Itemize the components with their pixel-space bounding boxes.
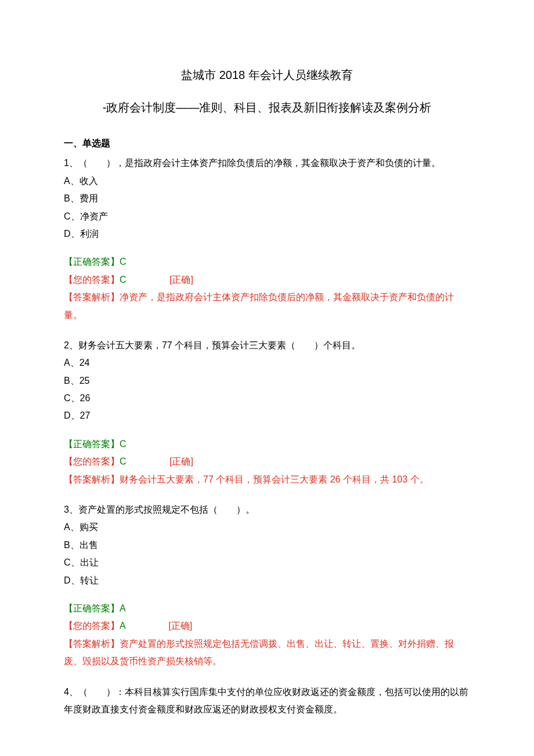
question-stem: 2、财务会计五大要素，77 个科目，预算会计三大要素（ ）个科目。 xyxy=(64,337,470,354)
doc-title-2: -政府会计制度——准则、科目、报表及新旧衔接解读及案例分析 xyxy=(64,96,470,118)
correct-answer-line: 【正确答案】A xyxy=(64,600,470,617)
question-options: A、收入 B、费用 C、净资产 D、利润 xyxy=(64,172,470,243)
correct-answer-line: 【正确答案】C xyxy=(64,253,470,271)
option-c: C、净资产 xyxy=(64,208,470,225)
answer-status: [正确] xyxy=(169,275,193,285)
your-answer-line: 【您的答案】C [正确] xyxy=(64,271,470,289)
option-d: D、27 xyxy=(64,407,470,424)
correct-answer-label: 【正确答案】 xyxy=(64,439,120,449)
option-d: D、转让 xyxy=(64,572,470,589)
correct-answer-line: 【正确答案】C xyxy=(64,435,470,453)
option-c: C、出让 xyxy=(64,554,470,571)
your-answer-line: 【您的答案】C [正确] xyxy=(64,453,470,470)
your-answer-label: 【您的答案】 xyxy=(64,621,120,631)
option-a: A、购买 xyxy=(64,519,470,536)
option-d: D、利润 xyxy=(64,225,470,243)
option-c: C、26 xyxy=(64,390,470,407)
your-answer-value: C xyxy=(120,275,127,285)
question-stem: 1、（ ），是指政府会计主体资产扣除负债后的净额，其金额取决于资产和负债的计量。 xyxy=(64,154,470,172)
option-b: B、25 xyxy=(64,372,470,390)
explanation-line: 【答案解析】净资产，是指政府会计主体资产扣除负债后的净额，其金额取决于资产和负债… xyxy=(64,289,470,324)
correct-answer-value: A xyxy=(120,603,126,613)
option-b: B、费用 xyxy=(64,190,470,207)
your-answer-label: 【您的答案】 xyxy=(64,275,120,285)
answer-status: [正确] xyxy=(168,621,192,631)
question-2: 2、财务会计五大要素，77 个科目，预算会计三大要素（ ）个科目。 A、24 B… xyxy=(64,337,470,488)
explanation-text: 资产处置的形式按照规定包括无偿调拨、出售、出让、转让、置换、对外捐赠、报废、毁损… xyxy=(64,639,454,666)
explanation-line: 【答案解析】资产处置的形式按照规定包括无偿调拨、出售、出让、转让、置换、对外捐赠… xyxy=(64,635,470,671)
question-3: 3、资产处置的形式按照规定不包括（ ）。 A、购买 B、出售 C、出让 D、转让… xyxy=(64,501,470,671)
your-answer-line: 【您的答案】A [正确] xyxy=(64,617,470,635)
your-answer-value: C xyxy=(120,456,127,466)
correct-answer-label: 【正确答案】 xyxy=(64,603,120,613)
question-stem: 3、资产处置的形式按照规定不包括（ ）。 xyxy=(64,501,470,519)
explanation-line: 【答案解析】财务会计五大要素，77 个科目，预算会计三大要素 26 个科目，共 … xyxy=(64,471,470,488)
question-options: A、购买 B、出售 C、出让 D、转让 xyxy=(64,519,470,589)
your-answer-label: 【您的答案】 xyxy=(64,456,120,466)
correct-answer-label: 【正确答案】 xyxy=(64,257,120,267)
question-stem: 4、（ ）：本科目核算实行国库集中支付的单位应收财政返还的资金额度，包括可以使用… xyxy=(64,683,470,719)
option-b: B、出售 xyxy=(64,537,470,554)
correct-answer-value: C xyxy=(120,257,127,267)
explanation-label: 【答案解析】 xyxy=(64,474,120,484)
section-header: 一、单选题 xyxy=(64,135,470,152)
option-a: A、收入 xyxy=(64,172,470,190)
answer-status: [正确] xyxy=(169,456,193,466)
explanation-text: 净资产，是指政府会计主体资产扣除负债后的净额，其金额取决于资产和负债的计量。 xyxy=(64,292,454,319)
question-1: 1、（ ），是指政府会计主体资产扣除负债后的净额，其金额取决于资产和负债的计量。… xyxy=(64,154,470,324)
explanation-label: 【答案解析】 xyxy=(64,639,120,649)
explanation-text: 财务会计五大要素，77 个科目，预算会计三大要素 26 个科目，共 103 个。 xyxy=(120,474,429,484)
question-4: 4、（ ）：本科目核算实行国库集中支付的单位应收财政返还的资金额度，包括可以使用… xyxy=(64,683,470,719)
correct-answer-value: C xyxy=(120,439,127,449)
doc-title-1: 盐城市 2018 年会计人员继续教育 xyxy=(64,64,470,86)
explanation-label: 【答案解析】 xyxy=(64,292,120,302)
option-a: A、24 xyxy=(64,354,470,372)
question-options: A、24 B、25 C、26 D、27 xyxy=(64,354,470,425)
your-answer-value: A xyxy=(120,621,125,631)
